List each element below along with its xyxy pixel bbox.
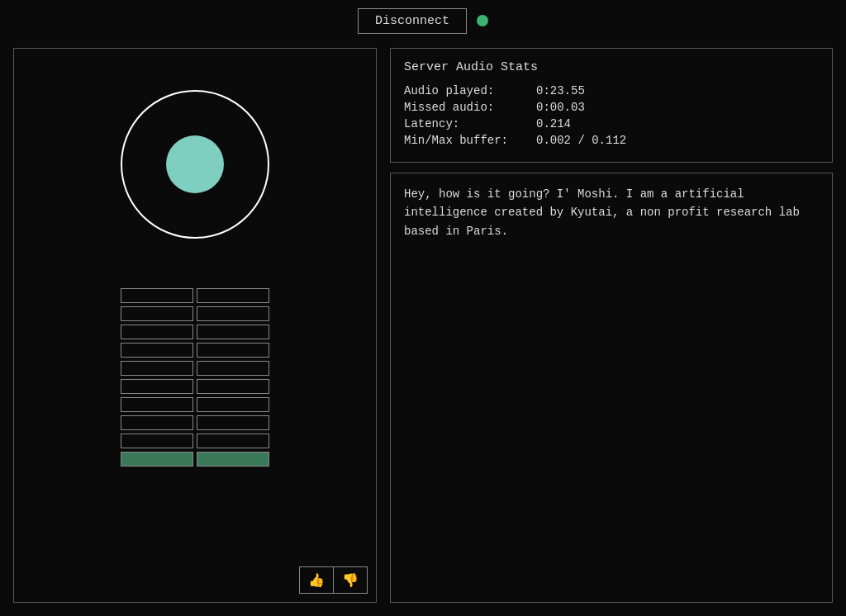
avatar-section	[121, 65, 269, 592]
stat-label: Missed audio:	[404, 101, 536, 114]
status-indicator	[477, 15, 488, 26]
right-panel: Server Audio Stats Audio played: 0:23.55…	[390, 48, 833, 603]
audio-bar	[197, 325, 269, 339]
stat-label: Audio played:	[404, 84, 536, 97]
disconnect-button[interactable]: Disconnect	[358, 8, 467, 34]
stat-row-buffer: Min/Max buffer: 0.002 / 0.112	[404, 134, 819, 147]
main-content: 👍 👎 Server Audio Stats Audio played: 0:2…	[0, 41, 846, 616]
avatar-dot	[166, 135, 224, 193]
stats-title: Server Audio Stats	[404, 60, 819, 74]
stat-label: Latency:	[404, 117, 536, 130]
feedback-section: 👍 👎	[299, 566, 368, 594]
left-panel: 👍 👎	[13, 48, 377, 603]
audio-bar	[121, 397, 193, 412]
audio-bars-grid	[121, 288, 269, 467]
audio-bar	[121, 379, 193, 394]
audio-bar	[197, 379, 269, 394]
audio-bar	[197, 397, 269, 412]
stat-row-latency: Latency: 0.214	[404, 117, 819, 130]
top-bar: Disconnect	[0, 0, 846, 41]
audio-bar-active	[197, 452, 269, 467]
audio-bar	[121, 343, 193, 358]
audio-bar-active	[121, 452, 193, 467]
audio-bar	[121, 325, 193, 339]
thumbs-up-button[interactable]: 👍	[300, 567, 334, 593]
audio-bar	[121, 361, 193, 376]
stats-box: Server Audio Stats Audio played: 0:23.55…	[390, 48, 833, 163]
audio-bar	[197, 343, 269, 358]
audio-bar	[121, 288, 193, 303]
stat-label: Min/Max buffer:	[404, 134, 536, 147]
stat-value: 0.214	[536, 117, 571, 130]
audio-bar	[197, 361, 269, 376]
audio-bar	[197, 306, 269, 321]
audio-bar	[121, 415, 193, 430]
audio-bar	[197, 288, 269, 303]
transcript-text: Hey, how is it going? I' Moshi. I am a a…	[404, 185, 819, 240]
transcript-box: Hey, how is it going? I' Moshi. I am a a…	[390, 173, 833, 603]
stat-row-missed-audio: Missed audio: 0:00.03	[404, 101, 819, 114]
avatar-circle	[121, 90, 269, 239]
thumbs-down-button[interactable]: 👎	[334, 567, 367, 593]
audio-bar	[197, 415, 269, 430]
stat-row-audio-played: Audio played: 0:23.55	[404, 84, 819, 97]
stat-value: 0.002 / 0.112	[536, 134, 626, 147]
audio-bar	[197, 434, 269, 448]
stat-value: 0:00.03	[536, 101, 585, 114]
audio-bar	[121, 434, 193, 448]
audio-bar	[121, 306, 193, 321]
stat-value: 0:23.55	[536, 84, 585, 97]
